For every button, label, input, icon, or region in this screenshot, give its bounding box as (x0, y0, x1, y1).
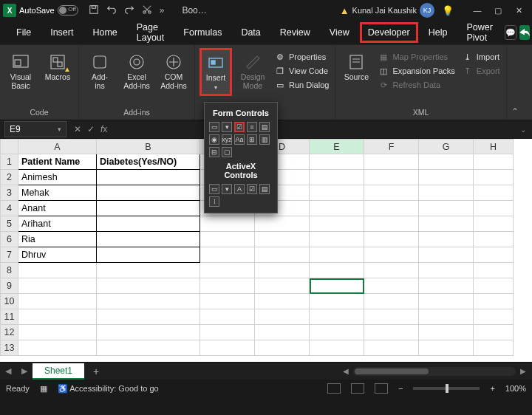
cell[interactable] (419, 247, 474, 263)
insert-controls-button[interactable]: Insert ▾ (200, 48, 232, 96)
page-layout-view-button[interactable] (351, 383, 364, 394)
col-header-A[interactable]: A (18, 140, 97, 154)
enter-formula-icon[interactable]: ✓ (87, 124, 95, 134)
cell[interactable] (364, 185, 419, 201)
cell[interactable] (18, 263, 97, 278)
cell[interactable] (474, 247, 514, 263)
cell[interactable] (419, 170, 474, 185)
cell[interactable]: Dhruv (18, 247, 97, 263)
addins-button[interactable]: Add- ins (83, 48, 116, 95)
cell[interactable] (310, 201, 364, 216)
cell[interactable] (97, 263, 200, 278)
cell[interactable] (200, 340, 255, 356)
form-scrollbar-icon[interactable]: ⊞ (247, 134, 257, 145)
sheet-nav-prev[interactable]: ◀ (0, 366, 16, 376)
cell[interactable] (310, 247, 364, 263)
tab-power-pivot[interactable]: Power Pivot (457, 16, 501, 49)
cell[interactable] (255, 263, 310, 278)
cell[interactable] (474, 232, 514, 247)
zoom-out-button[interactable]: − (398, 384, 403, 393)
cell[interactable] (419, 309, 474, 325)
form-button-icon[interactable]: ▭ (209, 122, 219, 132)
cell[interactable] (255, 309, 310, 325)
cell[interactable] (474, 278, 514, 294)
cell[interactable] (310, 278, 364, 294)
cell[interactable] (364, 340, 419, 356)
cell[interactable] (200, 216, 255, 232)
cell[interactable] (474, 263, 514, 278)
macros-button[interactable]: Macros ▲ (41, 48, 74, 86)
source-button[interactable]: Source (340, 48, 372, 86)
cell[interactable] (97, 325, 200, 340)
cell[interactable] (18, 325, 97, 340)
col-header-G[interactable]: G (419, 140, 474, 154)
fx-icon[interactable]: fx (100, 124, 107, 134)
row-header-3[interactable]: 3 (1, 185, 18, 201)
cell[interactable] (474, 154, 514, 170)
cell[interactable]: Patient Name (18, 154, 97, 170)
cell[interactable] (310, 232, 364, 247)
row-header-12[interactable]: 12 (1, 325, 18, 340)
row-header-8[interactable]: 8 (1, 263, 18, 278)
undo-icon[interactable] (106, 4, 117, 17)
cell[interactable] (18, 340, 97, 356)
cell[interactable] (364, 154, 419, 170)
cell[interactable] (310, 154, 364, 170)
cell[interactable] (364, 263, 419, 278)
cell[interactable] (18, 309, 97, 325)
form-label-icon[interactable]: Aa (234, 134, 245, 145)
accessibility-status[interactable]: ♿ Accessibility: Good to go (58, 384, 159, 394)
row-header-10[interactable]: 10 (1, 294, 18, 309)
lightbulb-icon[interactable]: 💡 (437, 5, 458, 16)
cell[interactable] (255, 294, 310, 309)
row-header-7[interactable]: 7 (1, 247, 18, 263)
cell[interactable] (200, 278, 255, 294)
ax-checkbox-icon[interactable]: ☑ (247, 184, 257, 194)
hscroll-right[interactable]: ▶ (516, 367, 526, 375)
cell[interactable]: Ria (18, 232, 97, 247)
cell[interactable] (97, 216, 200, 232)
cell[interactable] (419, 232, 474, 247)
cell[interactable] (419, 201, 474, 216)
row-header-9[interactable]: 9 (1, 278, 18, 294)
hscroll-left[interactable]: ◀ (343, 367, 353, 375)
cell[interactable] (97, 309, 200, 325)
row-header-2[interactable]: 2 (1, 170, 18, 185)
close-button[interactable]: ✕ (508, 1, 529, 19)
add-sheet-button[interactable]: + (84, 366, 108, 377)
cell[interactable] (255, 232, 310, 247)
form-checkbox-icon[interactable]: ☑ (234, 122, 245, 132)
cut-icon[interactable] (142, 4, 152, 17)
cell[interactable] (474, 340, 514, 356)
properties-button[interactable]: ⚙Properties (273, 51, 330, 63)
normal-view-button[interactable] (327, 383, 341, 394)
cell[interactable] (97, 170, 200, 185)
com-addins-button[interactable]: COM Add-ins (157, 48, 190, 95)
col-header-F[interactable]: F (364, 140, 419, 154)
cell[interactable] (200, 263, 255, 278)
cell[interactable]: Anant (18, 201, 97, 216)
cell[interactable] (310, 294, 364, 309)
tab-help[interactable]: Help (420, 21, 457, 44)
cell[interactable] (97, 185, 200, 201)
cell[interactable] (97, 278, 200, 294)
tab-insert[interactable]: Insert (41, 21, 82, 44)
cell[interactable] (200, 309, 255, 325)
tab-review[interactable]: Review (271, 21, 319, 44)
tab-home[interactable]: Home (83, 21, 126, 44)
comments-button[interactable]: 💬 (505, 25, 516, 40)
cell[interactable] (364, 170, 419, 185)
run-dialog-button[interactable]: ▭Run Dialog (273, 79, 330, 91)
warning-icon[interactable]: ▲ (340, 5, 349, 16)
cell[interactable] (18, 294, 97, 309)
row-header-4[interactable]: 4 (1, 201, 18, 216)
tab-page-layout[interactable]: Page Layout (128, 16, 174, 49)
cell[interactable]: Mehak (18, 185, 97, 201)
col-header-B[interactable]: B (97, 140, 200, 154)
form-option-icon[interactable]: ◉ (209, 134, 219, 145)
tab-file[interactable]: File (7, 21, 40, 44)
select-all-corner[interactable] (1, 140, 18, 154)
cell[interactable] (255, 325, 310, 340)
cell[interactable] (364, 309, 419, 325)
ribbon-collapse-button[interactable]: ⌃ (507, 45, 523, 120)
